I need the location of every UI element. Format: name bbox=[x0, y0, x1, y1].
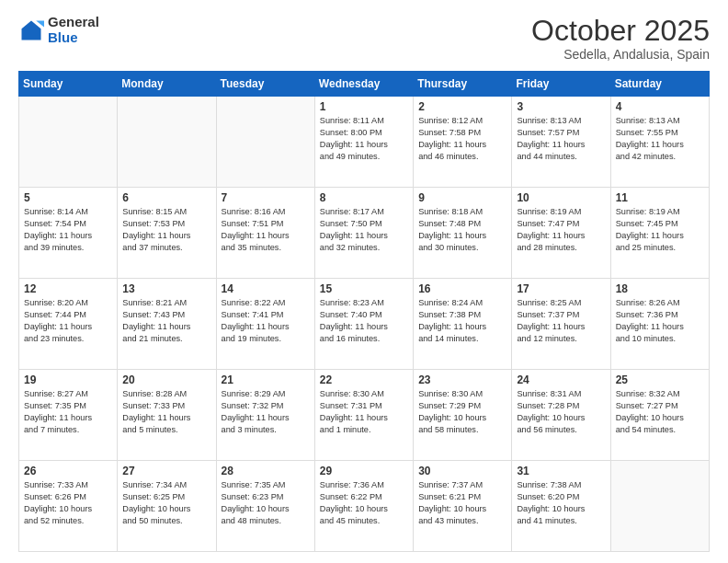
day-number: 25 bbox=[616, 373, 704, 386]
day-number: 30 bbox=[418, 465, 506, 477]
day-number: 9 bbox=[418, 191, 506, 204]
calendar-cell: 1Sunrise: 8:11 AM Sunset: 8:00 PM Daylig… bbox=[314, 97, 413, 188]
day-info: Sunrise: 8:24 AM Sunset: 7:38 PM Dayligh… bbox=[418, 297, 506, 345]
day-number: 13 bbox=[122, 282, 210, 295]
day-number: 17 bbox=[517, 282, 605, 295]
day-number: 6 bbox=[122, 191, 210, 204]
day-info: Sunrise: 7:37 AM Sunset: 6:21 PM Dayligh… bbox=[418, 479, 506, 527]
calendar-cell: 24Sunrise: 8:31 AM Sunset: 7:28 PM Dayli… bbox=[512, 370, 610, 461]
calendar-week-2: 12Sunrise: 8:20 AM Sunset: 7:44 PM Dayli… bbox=[19, 279, 710, 370]
day-number: 26 bbox=[24, 465, 112, 477]
calendar-cell: 11Sunrise: 8:19 AM Sunset: 7:45 PM Dayli… bbox=[610, 188, 709, 279]
day-number: 2 bbox=[418, 100, 506, 113]
calendar-cell: 6Sunrise: 8:15 AM Sunset: 7:53 PM Daylig… bbox=[118, 188, 216, 279]
day-number: 24 bbox=[517, 373, 605, 386]
calendar-cell: 3Sunrise: 8:13 AM Sunset: 7:57 PM Daylig… bbox=[512, 97, 610, 188]
logo-icon bbox=[18, 17, 44, 43]
day-number: 20 bbox=[122, 373, 210, 386]
day-info: Sunrise: 8:17 AM Sunset: 7:50 PM Dayligh… bbox=[320, 206, 408, 254]
day-number: 1 bbox=[320, 100, 408, 113]
calendar-cell bbox=[216, 97, 314, 188]
day-info: Sunrise: 8:11 AM Sunset: 8:00 PM Dayligh… bbox=[320, 115, 408, 163]
day-info: Sunrise: 8:19 AM Sunset: 7:45 PM Dayligh… bbox=[616, 206, 704, 254]
calendar-cell: 12Sunrise: 8:20 AM Sunset: 7:44 PM Dayli… bbox=[19, 279, 118, 370]
day-number: 29 bbox=[320, 465, 408, 477]
day-info: Sunrise: 8:30 AM Sunset: 7:31 PM Dayligh… bbox=[320, 388, 408, 436]
weekday-header-friday: Friday bbox=[512, 72, 610, 97]
day-number: 19 bbox=[24, 373, 112, 386]
calendar-cell: 8Sunrise: 8:17 AM Sunset: 7:50 PM Daylig… bbox=[314, 188, 413, 279]
logo-text: General Blue bbox=[48, 15, 99, 45]
calendar-table: SundayMondayTuesdayWednesdayThursdayFrid… bbox=[18, 71, 710, 552]
day-number: 23 bbox=[418, 373, 506, 386]
page: General Blue October 2025 Sedella, Andal… bbox=[0, 0, 728, 563]
day-number: 15 bbox=[320, 282, 408, 295]
day-info: Sunrise: 8:25 AM Sunset: 7:37 PM Dayligh… bbox=[517, 297, 605, 345]
calendar-cell: 9Sunrise: 8:18 AM Sunset: 7:48 PM Daylig… bbox=[414, 188, 512, 279]
calendar-cell: 15Sunrise: 8:23 AM Sunset: 7:40 PM Dayli… bbox=[314, 279, 413, 370]
day-info: Sunrise: 8:26 AM Sunset: 7:36 PM Dayligh… bbox=[616, 297, 704, 345]
day-info: Sunrise: 8:15 AM Sunset: 7:53 PM Dayligh… bbox=[122, 206, 210, 254]
calendar-cell: 25Sunrise: 8:32 AM Sunset: 7:27 PM Dayli… bbox=[610, 370, 709, 461]
day-info: Sunrise: 7:36 AM Sunset: 6:22 PM Dayligh… bbox=[320, 479, 408, 527]
month-title: October 2025 bbox=[531, 15, 710, 47]
day-number: 18 bbox=[616, 282, 704, 295]
calendar-cell: 31Sunrise: 7:38 AM Sunset: 6:20 PM Dayli… bbox=[512, 461, 610, 552]
day-info: Sunrise: 8:19 AM Sunset: 7:47 PM Dayligh… bbox=[517, 206, 605, 254]
logo: General Blue bbox=[18, 15, 99, 45]
calendar-cell: 30Sunrise: 7:37 AM Sunset: 6:21 PM Dayli… bbox=[414, 461, 512, 552]
day-number: 8 bbox=[320, 191, 408, 204]
day-info: Sunrise: 7:34 AM Sunset: 6:25 PM Dayligh… bbox=[122, 479, 210, 527]
weekday-header-row: SundayMondayTuesdayWednesdayThursdayFrid… bbox=[19, 72, 710, 97]
day-info: Sunrise: 8:32 AM Sunset: 7:27 PM Dayligh… bbox=[616, 388, 704, 436]
calendar-cell: 7Sunrise: 8:16 AM Sunset: 7:51 PM Daylig… bbox=[216, 188, 314, 279]
day-number: 7 bbox=[222, 191, 310, 204]
day-info: Sunrise: 8:16 AM Sunset: 7:51 PM Dayligh… bbox=[222, 206, 310, 254]
day-info: Sunrise: 8:20 AM Sunset: 7:44 PM Dayligh… bbox=[24, 297, 112, 345]
calendar-cell: 23Sunrise: 8:30 AM Sunset: 7:29 PM Dayli… bbox=[414, 370, 512, 461]
calendar-week-3: 19Sunrise: 8:27 AM Sunset: 7:35 PM Dayli… bbox=[19, 370, 710, 461]
day-info: Sunrise: 8:21 AM Sunset: 7:43 PM Dayligh… bbox=[122, 297, 210, 345]
calendar-week-1: 5Sunrise: 8:14 AM Sunset: 7:54 PM Daylig… bbox=[19, 188, 710, 279]
day-number: 10 bbox=[517, 191, 605, 204]
day-number: 16 bbox=[418, 282, 506, 295]
day-info: Sunrise: 8:14 AM Sunset: 7:54 PM Dayligh… bbox=[24, 206, 112, 254]
calendar-cell: 27Sunrise: 7:34 AM Sunset: 6:25 PM Dayli… bbox=[118, 461, 216, 552]
day-info: Sunrise: 8:29 AM Sunset: 7:32 PM Dayligh… bbox=[222, 388, 310, 436]
day-info: Sunrise: 8:30 AM Sunset: 7:29 PM Dayligh… bbox=[418, 388, 506, 436]
day-number: 14 bbox=[222, 282, 310, 295]
day-info: Sunrise: 8:13 AM Sunset: 7:55 PM Dayligh… bbox=[616, 115, 704, 163]
calendar-cell: 19Sunrise: 8:27 AM Sunset: 7:35 PM Dayli… bbox=[19, 370, 118, 461]
calendar-cell: 26Sunrise: 7:33 AM Sunset: 6:26 PM Dayli… bbox=[19, 461, 118, 552]
day-number: 22 bbox=[320, 373, 408, 386]
calendar-cell: 16Sunrise: 8:24 AM Sunset: 7:38 PM Dayli… bbox=[414, 279, 512, 370]
calendar-cell: 14Sunrise: 8:22 AM Sunset: 7:41 PM Dayli… bbox=[216, 279, 314, 370]
calendar-cell: 10Sunrise: 8:19 AM Sunset: 7:47 PM Dayli… bbox=[512, 188, 610, 279]
day-info: Sunrise: 8:31 AM Sunset: 7:28 PM Dayligh… bbox=[517, 388, 605, 436]
day-number: 5 bbox=[24, 191, 112, 204]
calendar-cell: 4Sunrise: 8:13 AM Sunset: 7:55 PM Daylig… bbox=[610, 97, 709, 188]
calendar-cell: 21Sunrise: 8:29 AM Sunset: 7:32 PM Dayli… bbox=[216, 370, 314, 461]
day-info: Sunrise: 8:18 AM Sunset: 7:48 PM Dayligh… bbox=[418, 206, 506, 254]
day-info: Sunrise: 7:33 AM Sunset: 6:26 PM Dayligh… bbox=[24, 479, 112, 527]
day-number: 11 bbox=[616, 191, 704, 204]
calendar-week-0: 1Sunrise: 8:11 AM Sunset: 8:00 PM Daylig… bbox=[19, 97, 710, 188]
weekday-header-saturday: Saturday bbox=[610, 72, 709, 97]
calendar-cell: 29Sunrise: 7:36 AM Sunset: 6:22 PM Dayli… bbox=[314, 461, 413, 552]
calendar-cell bbox=[610, 461, 709, 552]
day-number: 12 bbox=[24, 282, 112, 295]
calendar-cell: 28Sunrise: 7:35 AM Sunset: 6:23 PM Dayli… bbox=[216, 461, 314, 552]
day-number: 31 bbox=[517, 465, 605, 477]
calendar-cell: 18Sunrise: 8:26 AM Sunset: 7:36 PM Dayli… bbox=[610, 279, 709, 370]
day-number: 4 bbox=[616, 100, 704, 113]
weekday-header-thursday: Thursday bbox=[414, 72, 512, 97]
weekday-header-sunday: Sunday bbox=[19, 72, 118, 97]
calendar-cell: 17Sunrise: 8:25 AM Sunset: 7:37 PM Dayli… bbox=[512, 279, 610, 370]
calendar-cell: 22Sunrise: 8:30 AM Sunset: 7:31 PM Dayli… bbox=[314, 370, 413, 461]
day-info: Sunrise: 8:12 AM Sunset: 7:58 PM Dayligh… bbox=[418, 115, 506, 163]
calendar-cell: 2Sunrise: 8:12 AM Sunset: 7:58 PM Daylig… bbox=[414, 97, 512, 188]
calendar-week-4: 26Sunrise: 7:33 AM Sunset: 6:26 PM Dayli… bbox=[19, 461, 710, 552]
header-right: October 2025 Sedella, Andalusia, Spain bbox=[531, 15, 710, 62]
day-number: 21 bbox=[222, 373, 310, 386]
day-info: Sunrise: 8:23 AM Sunset: 7:40 PM Dayligh… bbox=[320, 297, 408, 345]
